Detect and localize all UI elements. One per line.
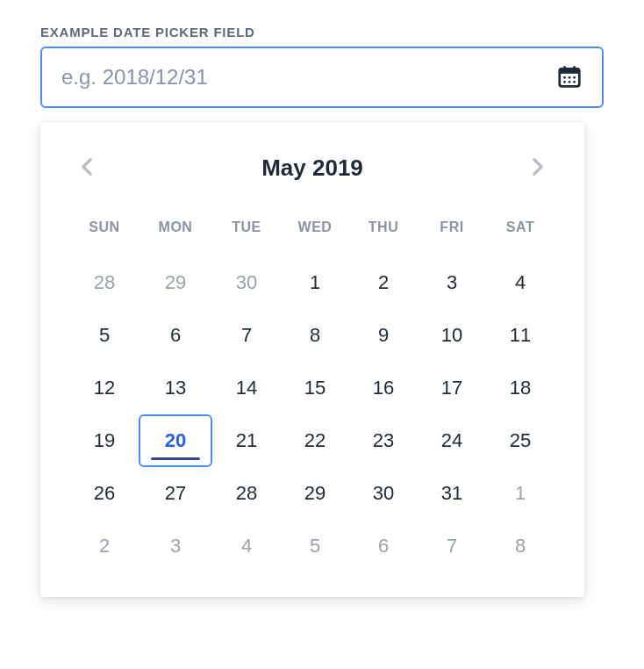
calendar-day[interactable]: 9 xyxy=(349,309,418,362)
svg-point-9 xyxy=(573,80,576,83)
calendar-day[interactable]: 25 xyxy=(486,414,555,467)
calendar-day[interactable]: 10 xyxy=(418,309,486,362)
calendar-icon xyxy=(556,63,583,92)
day-of-week-header: FRI xyxy=(418,219,486,256)
svg-point-6 xyxy=(573,76,576,78)
chevron-right-icon xyxy=(532,157,544,179)
calendar-day[interactable]: 5 xyxy=(281,520,349,572)
calendar-day[interactable]: 1 xyxy=(281,256,349,309)
calendar-popover: May 2019 SUNMONTUEWEDTHUFRISAT2829301234… xyxy=(40,122,584,597)
day-of-week-header: MON xyxy=(139,219,212,256)
calendar-day-today[interactable]: 20 xyxy=(139,414,212,467)
calendar-day[interactable]: 29 xyxy=(139,256,212,309)
calendar-day[interactable]: 12 xyxy=(70,362,139,414)
calendar-day[interactable]: 4 xyxy=(212,520,281,572)
calendar-day[interactable]: 4 xyxy=(486,256,555,309)
next-month-button[interactable] xyxy=(525,150,551,186)
calendar-day[interactable]: 2 xyxy=(349,256,418,309)
calendar-day[interactable]: 31 xyxy=(418,467,486,520)
svg-point-8 xyxy=(569,80,571,83)
calendar-day[interactable]: 28 xyxy=(70,256,139,309)
calendar-toggle-button[interactable] xyxy=(556,63,583,92)
svg-rect-3 xyxy=(573,66,576,70)
calendar-day[interactable]: 6 xyxy=(349,520,418,572)
calendar-day[interactable]: 7 xyxy=(212,309,281,362)
calendar-day[interactable]: 23 xyxy=(349,414,418,467)
calendar-day[interactable]: 8 xyxy=(486,520,555,572)
month-title: May 2019 xyxy=(261,155,363,182)
calendar-day[interactable]: 1 xyxy=(486,467,555,520)
calendar-day[interactable]: 22 xyxy=(281,414,349,467)
day-of-week-header: TUE xyxy=(212,219,281,256)
calendar-day[interactable]: 18 xyxy=(486,362,555,414)
calendar-grid: SUNMONTUEWEDTHUFRISAT2829301234567891011… xyxy=(70,219,555,572)
field-label: EXAMPLE DATE PICKER FIELD xyxy=(40,25,604,40)
svg-rect-2 xyxy=(563,66,566,70)
prev-month-button[interactable] xyxy=(74,150,100,186)
day-of-week-header: WED xyxy=(281,219,349,256)
calendar-day[interactable]: 30 xyxy=(349,467,418,520)
calendar-day[interactable]: 21 xyxy=(212,414,281,467)
svg-point-4 xyxy=(563,76,566,78)
calendar-day[interactable]: 16 xyxy=(349,362,418,414)
calendar-header: May 2019 xyxy=(70,150,555,186)
calendar-day[interactable]: 19 xyxy=(70,414,139,467)
calendar-day[interactable]: 17 xyxy=(418,362,486,414)
calendar-day[interactable]: 11 xyxy=(486,309,555,362)
chevron-left-icon xyxy=(81,157,93,179)
calendar-day[interactable]: 3 xyxy=(139,520,212,572)
calendar-day[interactable]: 6 xyxy=(139,309,212,362)
calendar-day[interactable]: 15 xyxy=(281,362,349,414)
calendar-day[interactable]: 8 xyxy=(281,309,349,362)
calendar-day[interactable]: 26 xyxy=(70,467,139,520)
calendar-day[interactable]: 29 xyxy=(281,467,349,520)
day-of-week-header: THU xyxy=(349,219,418,256)
day-of-week-header: SUN xyxy=(70,219,139,256)
calendar-day[interactable]: 3 xyxy=(418,256,486,309)
calendar-day[interactable]: 5 xyxy=(70,309,139,362)
calendar-day[interactable]: 28 xyxy=(212,467,281,520)
date-input-wrapper[interactable] xyxy=(40,47,604,108)
day-of-week-header: SAT xyxy=(486,219,555,256)
calendar-day[interactable]: 7 xyxy=(418,520,486,572)
calendar-day[interactable]: 2 xyxy=(70,520,139,572)
calendar-day[interactable]: 14 xyxy=(212,362,281,414)
svg-rect-1 xyxy=(560,68,580,74)
calendar-day[interactable]: 30 xyxy=(212,256,281,309)
calendar-day[interactable]: 27 xyxy=(139,467,212,520)
calendar-day[interactable]: 24 xyxy=(418,414,486,467)
calendar-day[interactable]: 13 xyxy=(139,362,212,414)
svg-point-5 xyxy=(569,76,571,78)
date-input[interactable] xyxy=(61,65,556,90)
svg-point-7 xyxy=(563,80,566,83)
